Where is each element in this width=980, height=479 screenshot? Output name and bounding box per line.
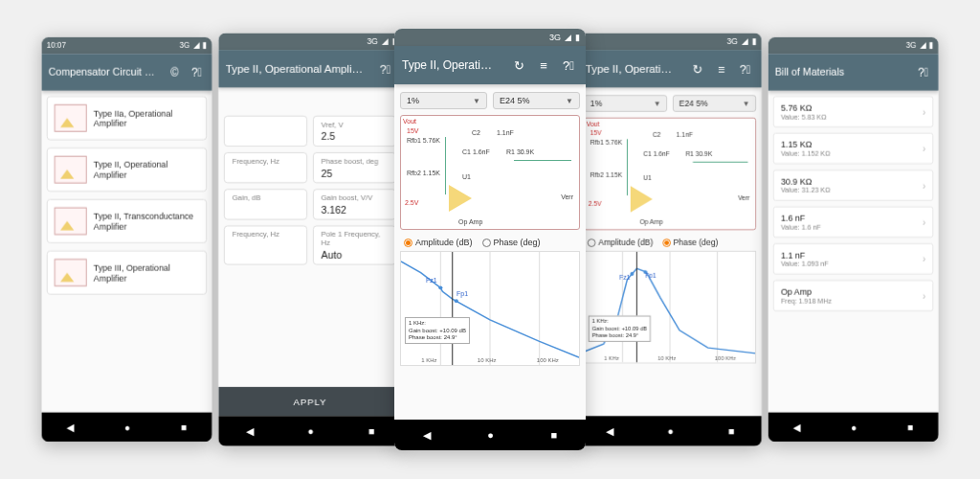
home-icon[interactable]: ● (124, 422, 130, 433)
field-value: Auto (322, 247, 389, 261)
help-icon[interactable]: ?⃝ (559, 56, 578, 75)
label-c2v: 1.1nF (677, 131, 693, 138)
marker-fp1: Fp1 (645, 272, 657, 279)
screen-parameters: 3G◢▮ Type II, Operational Ampli… ?⃝ Vref… (218, 33, 402, 445)
status-network: 3G (726, 36, 738, 46)
recents-icon[interactable]: ■ (368, 425, 374, 437)
android-navbar: ◀ ● ■ (41, 412, 212, 442)
home-icon[interactable]: ● (487, 429, 494, 441)
help-icon[interactable]: ?⃝ (189, 63, 206, 81)
list-icon[interactable]: ≡ (534, 56, 553, 75)
recents-icon[interactable]: ■ (907, 422, 913, 433)
label-v15: 15V (407, 127, 418, 134)
back-icon[interactable]: ◀ (423, 429, 431, 442)
bom-sub: Value: 1.152 KΩ (781, 149, 831, 158)
app-bar: Compensator Circuit Desig… © ?⃝ (41, 54, 212, 90)
list-item[interactable]: Type III, Operational Amplifier (47, 251, 207, 295)
plot-annotation: 1 KHz: Gain boost: +10.09 dB Phase boost… (589, 316, 651, 342)
list-icon[interactable]: ≡ (712, 59, 730, 79)
help-icon[interactable]: ?⃝ (376, 59, 394, 79)
bom-row[interactable]: Op AmpFreq: 1.918 MHz› (773, 280, 933, 311)
tab-phase[interactable]: Phase (deg) (662, 238, 719, 247)
chevron-down-icon: ▼ (743, 99, 750, 107)
vref-field[interactable]: Vref, V2.5 (313, 116, 396, 147)
bom-row[interactable]: 1.15 KΩValue: 1.152 KΩ› (773, 133, 933, 165)
screen-result-phase: 3G◢▮ Type II, Operati… ↻ ≡ ?⃝ 1%▼ E24 5%… (578, 33, 762, 445)
label-vout: Vout (403, 118, 416, 125)
chip-label: E24 5% (679, 99, 708, 108)
back-icon[interactable]: ◀ (246, 425, 254, 438)
tab-amplitude[interactable]: Amplitude (dB) (588, 238, 654, 247)
pole-freq-ref-field[interactable]: Frequency, Hz (224, 225, 307, 264)
radio-icon (662, 239, 671, 247)
label-c2: C2 (653, 131, 661, 138)
home-icon[interactable]: ● (667, 425, 673, 437)
tab-label: Amplitude (dB) (598, 238, 653, 247)
amplitude-plot[interactable]: Fz1 Fp1 1 KHz: Gain boost: +10.09 dB Pha… (400, 251, 580, 366)
field-label: Frequency, Hz (233, 157, 300, 166)
bom-name: 5.76 KΩ (781, 103, 827, 113)
bom-row[interactable]: 1.6 nFValue: 1.6 nF› (773, 206, 933, 238)
back-icon[interactable]: ◀ (793, 422, 800, 433)
help-icon[interactable]: ?⃝ (915, 63, 932, 81)
app-bar: Type II, Operati… ↻ ≡ ?⃝ (394, 46, 586, 84)
tab-phase[interactable]: Phase (deg) (482, 238, 541, 247)
series-dropdown[interactable]: E24 5%▼ (673, 95, 756, 112)
back-icon[interactable]: ◀ (67, 422, 74, 433)
copyright-icon[interactable]: © (166, 63, 183, 81)
tolerance-dropdown[interactable]: 1%▼ (584, 95, 667, 112)
series-dropdown[interactable]: E24 5%▼ (493, 92, 580, 109)
bom-sub: Value: 1.6 nF (781, 223, 821, 232)
refresh-icon[interactable]: ↻ (688, 59, 706, 79)
recents-icon[interactable]: ■ (551, 429, 558, 441)
phase-plot[interactable]: Fz1 Fp1 1 KHz: Gain boost: +10.09 dB Pha… (584, 251, 756, 364)
label-rfb1: Rfb1 5.76K (590, 139, 623, 146)
list-item[interactable]: Type IIa, Operational Amplifier (47, 96, 207, 140)
field-placeholder[interactable] (224, 116, 307, 147)
plot-tabs: Amplitude (dB) Phase (deg) (400, 236, 580, 251)
app-bar: Bill of Materials ?⃝ (768, 54, 939, 90)
frequency-field[interactable]: Frequency, Hz (224, 152, 307, 183)
label-c1: C1 1.6nF (462, 148, 490, 155)
chevron-right-icon: › (923, 217, 925, 228)
radio-icon (404, 239, 412, 247)
list-item[interactable]: Type II, Operational Amplifier (47, 148, 207, 192)
circuit-diagram: Vout 15V Rfb1 5.76K Rfb2 1.15K 2.5V C2 1… (584, 118, 756, 231)
screen-result-amplitude: 3G◢▮ Type II, Operati… ↻ ≡ ?⃝ 1%▼ E24 5%… (394, 29, 586, 450)
list-item[interactable]: Type II, Transconductance Amplifier (47, 199, 207, 243)
marker-fp1: Fp1 (457, 290, 468, 297)
home-icon[interactable]: ● (307, 425, 313, 437)
home-icon[interactable]: ● (851, 422, 857, 433)
pole-frequency-field[interactable]: Pole 1 Frequency, HzAuto (313, 225, 396, 264)
field-label: Vref, V (322, 121, 389, 129)
apply-button[interactable]: APPLY (218, 387, 402, 416)
status-network: 3G (180, 41, 190, 51)
gain-boost-field[interactable]: Gain boost, V/V3.162 (313, 189, 396, 219)
gain-field[interactable]: Gain, dB (224, 189, 307, 219)
back-icon[interactable]: ◀ (606, 425, 613, 438)
phase-boost-field[interactable]: Phase boost, deg25 (313, 152, 396, 183)
bom-sub: Freq: 1.918 MHz (781, 297, 832, 306)
label-rfb2: Rfb2 1.15K (407, 170, 440, 176)
chevron-down-icon: ▼ (566, 97, 573, 105)
page-title: Type II, Operational Ampli… (226, 62, 370, 76)
tolerance-dropdown[interactable]: 1%▼ (400, 92, 487, 109)
plot-annotation: 1 KHz: Gain boost: +10.09 dB Phase boost… (405, 317, 470, 344)
bom-row[interactable]: 1.1 nFValue: 1.093 nF› (773, 243, 933, 275)
bom-sub: Value: 1.093 nF (781, 260, 829, 268)
status-bar: 3G◢▮ (394, 29, 586, 46)
recents-icon[interactable]: ■ (181, 422, 187, 433)
recents-icon[interactable]: ■ (728, 425, 734, 437)
bom-row[interactable]: 30.9 KΩValue: 31.23 KΩ› (773, 170, 933, 201)
chip-label: E24 5% (500, 96, 530, 105)
bom-sub: Value: 5.83 KΩ (781, 113, 827, 122)
chevron-right-icon: › (923, 290, 925, 302)
chevron-down-icon: ▼ (473, 97, 480, 105)
help-icon[interactable]: ?⃝ (736, 59, 754, 79)
radio-icon (588, 239, 596, 247)
bom-row[interactable]: 5.76 KΩValue: 5.83 KΩ› (773, 96, 933, 127)
svg-point-4 (438, 285, 442, 289)
refresh-icon[interactable]: ↻ (509, 56, 528, 75)
tab-amplitude[interactable]: Amplitude (dB) (404, 238, 473, 247)
status-bar: 3G◢▮ (218, 33, 402, 50)
